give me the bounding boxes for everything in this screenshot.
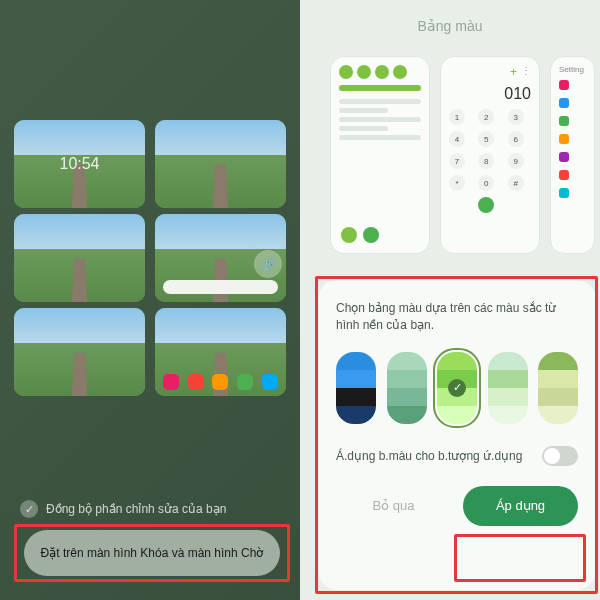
- highlight-set-button: [14, 524, 290, 582]
- lock-preview-mid[interactable]: [14, 214, 145, 302]
- link-icon[interactable]: 🔗: [254, 250, 282, 278]
- lock-preview-col: 10:54: [14, 120, 145, 396]
- wallpaper-previews: 10:54: [14, 120, 286, 396]
- right-phone-screen: Bảng màu + ⋮ 010 123 456 789 *0#: [300, 0, 600, 600]
- search-widget: [163, 280, 278, 294]
- palette-title: Bảng màu: [300, 18, 600, 34]
- lock-preview-bot[interactable]: [14, 308, 145, 396]
- theme-preview-row: + ⋮ 010 123 456 789 *0# Setting: [330, 56, 600, 254]
- app-icons-row: [161, 374, 280, 390]
- lock-preview-top[interactable]: 10:54: [14, 120, 145, 208]
- theme-card-dialer[interactable]: + ⋮ 010 123 456 789 *0#: [440, 56, 540, 254]
- sync-row[interactable]: ✓ Đồng bộ phần chỉnh sửa của bạn: [20, 500, 280, 518]
- highlight-apply-button: [454, 534, 586, 582]
- call-icon: [478, 197, 494, 213]
- theme-card-quicksettings[interactable]: [330, 56, 430, 254]
- home-preview-bot[interactable]: [155, 308, 286, 396]
- dial-number: 010: [449, 85, 531, 103]
- home-preview-top[interactable]: [155, 120, 286, 208]
- lock-clock: 10:54: [59, 155, 99, 173]
- sync-label: Đồng bộ phần chỉnh sửa của bạn: [46, 502, 226, 516]
- check-icon: ✓: [20, 500, 38, 518]
- theme-card-settings[interactable]: Setting: [550, 56, 595, 254]
- left-phone-screen: 10:54: [0, 0, 300, 600]
